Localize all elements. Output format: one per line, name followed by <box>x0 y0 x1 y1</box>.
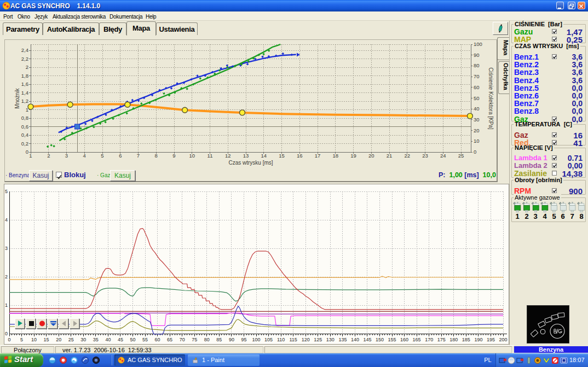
svg-text:22: 22 <box>405 153 411 159</box>
svg-text:5: 5 <box>101 153 103 159</box>
svg-text:3: 3 <box>65 153 68 159</box>
svg-text:65: 65 <box>167 337 172 342</box>
svg-text:125: 125 <box>314 337 322 342</box>
svg-text:10: 10 <box>474 138 480 144</box>
svg-text:5: 5 <box>20 337 23 342</box>
svg-text:75: 75 <box>192 337 197 342</box>
svg-text:40: 40 <box>474 106 480 112</box>
svg-text:1,6: 1,6 <box>21 81 28 87</box>
svg-text:80: 80 <box>474 62 480 68</box>
svg-text:9: 9 <box>172 153 175 159</box>
svg-text:110: 110 <box>277 337 285 342</box>
svg-text:145: 145 <box>363 337 371 342</box>
svg-text:1,2: 1,2 <box>21 98 28 104</box>
svg-text:95: 95 <box>241 337 246 342</box>
svg-text:170: 170 <box>425 337 433 342</box>
svg-text:13: 13 <box>243 153 249 159</box>
svg-text:160: 160 <box>400 337 408 342</box>
svg-text:10: 10 <box>31 337 37 342</box>
svg-text:135: 135 <box>338 337 347 342</box>
svg-text:4: 4 <box>5 217 8 223</box>
svg-text:100: 100 <box>474 41 482 47</box>
svg-text:120: 120 <box>302 337 310 342</box>
svg-text:17: 17 <box>315 153 321 159</box>
svg-text:7: 7 <box>137 153 140 159</box>
svg-text:10: 10 <box>189 153 195 159</box>
svg-text:25: 25 <box>458 153 464 159</box>
svg-text:3: 3 <box>5 246 8 251</box>
svg-text:45: 45 <box>118 337 123 342</box>
svg-text:70: 70 <box>474 73 480 79</box>
svg-text:70: 70 <box>180 337 185 342</box>
svg-text:155: 155 <box>388 337 396 342</box>
svg-text:Czas wtrysku [ms]: Czas wtrysku [ms] <box>228 160 273 166</box>
svg-text:2: 2 <box>47 153 50 159</box>
svg-text:150: 150 <box>376 337 384 342</box>
svg-text:0,6: 0,6 <box>21 124 28 130</box>
svg-text:0,2: 0,2 <box>21 141 28 147</box>
svg-text:190: 190 <box>474 337 482 342</box>
svg-text:4: 4 <box>83 153 86 159</box>
svg-text:30: 30 <box>80 337 86 342</box>
svg-text:20: 20 <box>474 127 480 133</box>
svg-text:14: 14 <box>261 153 267 159</box>
svg-text:20: 20 <box>368 153 374 159</box>
svg-text:20: 20 <box>56 337 61 342</box>
svg-text:1: 1 <box>5 302 8 308</box>
svg-text:2: 2 <box>26 64 28 70</box>
svg-text:2,4: 2,4 <box>21 47 28 53</box>
svg-text:2: 2 <box>5 274 8 279</box>
svg-text:130: 130 <box>326 337 335 342</box>
svg-text:40: 40 <box>105 337 111 342</box>
svg-text:11: 11 <box>207 153 213 159</box>
svg-text:Mnożnik: Mnożnik <box>14 88 20 108</box>
svg-text:50: 50 <box>474 95 480 101</box>
svg-text:1,8: 1,8 <box>21 73 28 79</box>
svg-text:60: 60 <box>155 337 160 342</box>
svg-text:60: 60 <box>474 84 480 90</box>
svg-text:1: 1 <box>29 153 32 159</box>
svg-text:55: 55 <box>142 337 148 342</box>
svg-text:30: 30 <box>474 116 480 123</box>
svg-text:165: 165 <box>413 337 421 342</box>
svg-text:8: 8 <box>155 153 158 159</box>
svg-text:90: 90 <box>229 337 234 342</box>
svg-text:0: 0 <box>474 149 476 155</box>
svg-text:180: 180 <box>449 337 458 342</box>
svg-text:85: 85 <box>216 337 222 342</box>
svg-text:90: 90 <box>474 52 480 58</box>
svg-text:50: 50 <box>130 337 135 342</box>
svg-text:5: 5 <box>5 189 8 194</box>
svg-text:100: 100 <box>252 337 260 342</box>
svg-text:0: 0 <box>26 149 28 155</box>
svg-text:18: 18 <box>333 153 339 159</box>
svg-text:0,4: 0,4 <box>21 132 28 138</box>
svg-text:35: 35 <box>93 337 99 342</box>
svg-text:15: 15 <box>44 337 49 342</box>
svg-text:24: 24 <box>440 153 446 159</box>
svg-text:195: 195 <box>487 337 495 342</box>
svg-text:2,2: 2,2 <box>21 56 28 62</box>
svg-text:105: 105 <box>264 337 273 342</box>
svg-text:200: 200 <box>499 337 507 342</box>
svg-text:0,8: 0,8 <box>21 115 28 121</box>
svg-text:23: 23 <box>422 153 428 159</box>
svg-text:0: 0 <box>8 337 10 342</box>
svg-text:140: 140 <box>351 337 359 342</box>
svg-text:25: 25 <box>68 337 74 342</box>
svg-text:80: 80 <box>204 337 210 342</box>
svg-text:16: 16 <box>297 153 303 159</box>
svg-text:19: 19 <box>350 153 356 159</box>
svg-text:21: 21 <box>387 153 393 159</box>
svg-text:15: 15 <box>279 153 285 159</box>
svg-text:185: 185 <box>462 337 470 342</box>
svg-text:6: 6 <box>119 153 122 159</box>
svg-text:0: 0 <box>5 331 8 336</box>
svg-text:Ciśnienie Kolektora [KPa]: Ciśnienie Kolektora [KPa] <box>488 67 494 130</box>
svg-text:115: 115 <box>289 337 297 342</box>
svg-text:1,4: 1,4 <box>21 90 28 96</box>
svg-text:12: 12 <box>225 153 231 159</box>
svg-text:175: 175 <box>437 337 446 342</box>
